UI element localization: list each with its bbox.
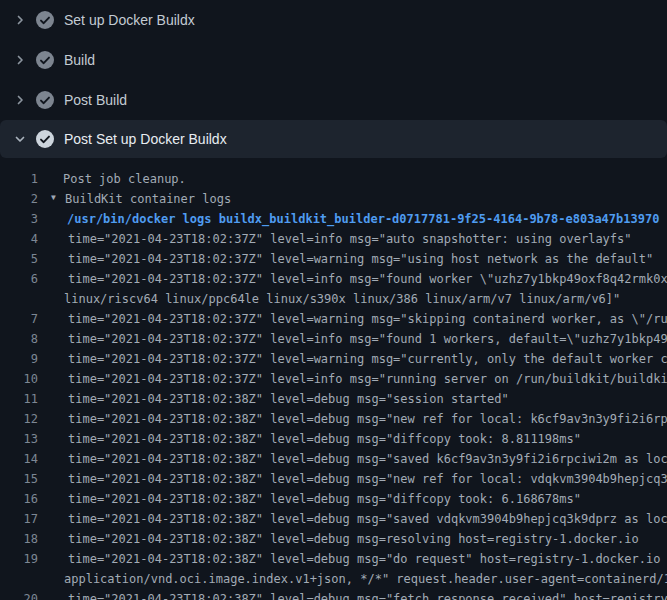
log-text: time="2021-04-23T18:02:38Z" level=debug … [68,469,667,489]
log-line-number[interactable]: 7 [0,309,38,329]
log-text: Post job cleanup. [63,169,186,189]
chevron-down-icon[interactable] [12,131,28,147]
log-line: 3/usr/bin/docker logs buildx_buildkit_bu… [0,209,667,229]
step-row-post-build[interactable]: Post Build [0,80,667,120]
log-line: 1Post job cleanup. [0,169,667,189]
check-circle-icon [36,51,54,69]
check-circle-icon [36,91,54,109]
step-row-build[interactable]: Build [0,40,667,80]
log-line-number[interactable]: 16 [0,489,38,509]
log-line: 19time="2021-04-23T18:02:38Z" level=debu… [0,549,667,569]
log-line-number[interactable]: 13 [0,429,38,449]
log-line: 14time="2021-04-23T18:02:38Z" level=debu… [0,449,667,469]
log-line-number[interactable]: 20 [0,589,38,600]
log-text: time="2021-04-23T18:02:38Z" level=debug … [68,509,667,529]
log-line-number[interactable]: 6 [0,269,38,289]
log-line: 4time="2021-04-23T18:02:37Z" level=info … [0,229,667,249]
step-label: Build [64,52,95,68]
log-line: 15time="2021-04-23T18:02:38Z" level=debu… [0,469,667,489]
log-viewer: 1Post job cleanup.2▼BuildKit container l… [0,158,667,600]
log-text: time="2021-04-23T18:02:37Z" level=info m… [68,369,667,389]
log-text: time="2021-04-23T18:02:38Z" level=debug … [68,489,581,509]
chevron-right-icon[interactable] [12,12,28,28]
log-line-number[interactable]: 11 [0,389,38,409]
log-line: 12time="2021-04-23T18:02:38Z" level=debu… [0,409,667,429]
chevron-right-icon[interactable] [12,92,28,108]
step-row-post-set-up-docker-buildx[interactable]: Post Set up Docker Buildx [0,120,667,158]
log-line: 7time="2021-04-23T18:02:37Z" level=warni… [0,309,667,329]
log-line: 9time="2021-04-23T18:02:37Z" level=warni… [0,349,667,369]
log-line-number[interactable]: 2 [0,189,38,209]
step-label: Set up Docker Buildx [64,12,195,28]
log-line: 5time="2021-04-23T18:02:37Z" level=warni… [0,249,667,269]
log-text: time="2021-04-23T18:02:38Z" level=debug … [68,409,667,429]
group-collapse-triangle-icon[interactable]: ▼ [51,189,63,208]
log-line-number[interactable]: 17 [0,509,38,529]
log-text: time="2021-04-23T18:02:38Z" level=debug … [68,549,667,569]
log-command-text: /usr/bin/docker logs buildx_buildkit_bui… [67,209,659,229]
log-text: time="2021-04-23T18:02:37Z" level=info m… [68,329,667,349]
log-text: time="2021-04-23T18:02:37Z" level=info m… [68,229,632,249]
log-text: linux/riscv64 linux/ppc64le linux/s390x … [64,289,620,309]
log-line-number[interactable]: 3 [0,209,38,229]
log-line-number[interactable]: 5 [0,249,38,269]
log-text: time="2021-04-23T18:02:38Z" level=debug … [68,589,667,600]
log-line: 11time="2021-04-23T18:02:38Z" level=debu… [0,389,667,409]
log-text: application/vnd.oci.image.index.v1+json,… [64,569,667,589]
log-line-number[interactable]: 19 [0,549,38,569]
log-line: 2▼BuildKit container logs [0,189,667,209]
log-line: 10time="2021-04-23T18:02:37Z" level=info… [0,369,667,389]
log-line-number[interactable]: 15 [0,469,38,489]
log-line-number[interactable]: 18 [0,529,38,549]
chevron-right-icon[interactable] [12,52,28,68]
log-line-continuation: application/vnd.oci.image.index.v1+json,… [0,569,667,589]
step-label: Post Build [64,92,127,108]
log-line: 20time="2021-04-23T18:02:38Z" level=debu… [0,589,667,600]
log-text: BuildKit container logs [65,189,231,209]
log-line: 8time="2021-04-23T18:02:37Z" level=info … [0,329,667,349]
log-line-number[interactable]: 10 [0,369,38,389]
log-line-number[interactable]: 1 [0,169,38,189]
log-line: 17time="2021-04-23T18:02:38Z" level=debu… [0,509,667,529]
check-circle-icon [36,11,54,29]
log-line-number [0,569,38,589]
log-line-number[interactable]: 4 [0,229,38,249]
log-text: time="2021-04-23T18:02:37Z" level=warnin… [68,249,653,269]
log-line: 6time="2021-04-23T18:02:37Z" level=info … [0,269,667,289]
step-label: Post Set up Docker Buildx [64,131,227,147]
log-line: 18time="2021-04-23T18:02:38Z" level=debu… [0,529,667,549]
log-line-number[interactable]: 9 [0,349,38,369]
step-row-set-up-docker-buildx[interactable]: Set up Docker Buildx [0,0,667,40]
log-line-number[interactable]: 8 [0,329,38,349]
log-text: time="2021-04-23T18:02:38Z" level=debug … [68,429,581,449]
log-line: 13time="2021-04-23T18:02:38Z" level=debu… [0,429,667,449]
workflow-steps-list: Set up Docker BuildxBuildPost BuildPost … [0,0,667,158]
check-circle-icon [36,130,54,148]
log-text: time="2021-04-23T18:02:37Z" level=warnin… [68,349,667,369]
log-line-number[interactable]: 12 [0,409,38,429]
log-line-continuation: linux/riscv64 linux/ppc64le linux/s390x … [0,289,667,309]
log-text: time="2021-04-23T18:02:37Z" level=info m… [68,269,667,289]
log-text: time="2021-04-23T18:02:38Z" level=debug … [68,529,639,549]
log-line-number [0,289,38,309]
log-text: time="2021-04-23T18:02:38Z" level=debug … [68,449,667,469]
log-text: time="2021-04-23T18:02:37Z" level=warnin… [68,309,667,329]
log-line: 16time="2021-04-23T18:02:38Z" level=debu… [0,489,667,509]
log-text: time="2021-04-23T18:02:38Z" level=debug … [68,389,509,409]
log-line-number[interactable]: 14 [0,449,38,469]
